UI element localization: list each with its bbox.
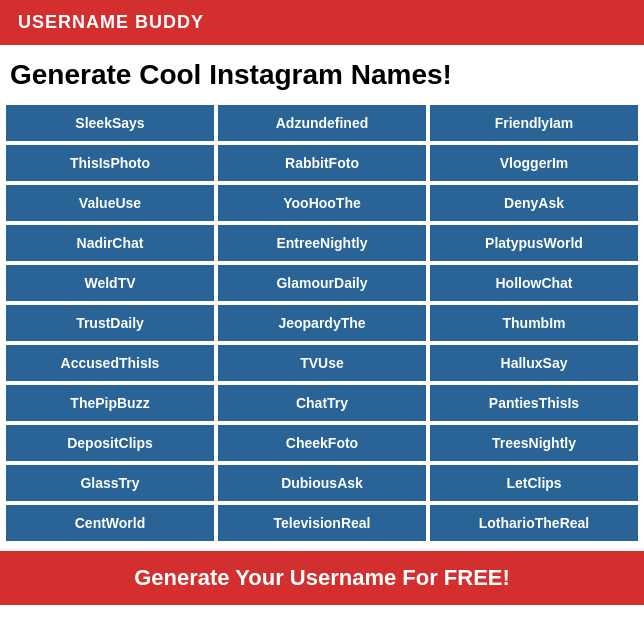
name-button[interactable]: DepositClips	[6, 425, 214, 461]
name-button[interactable]: WeldTV	[6, 265, 214, 301]
header: USERNAME BUDDY	[0, 0, 644, 45]
page-title: Generate Cool Instagram Names!	[0, 45, 644, 101]
name-button[interactable]: VloggerIm	[430, 145, 638, 181]
name-button[interactable]: PlatypusWorld	[430, 225, 638, 261]
app-title: USERNAME BUDDY	[18, 12, 204, 32]
name-button[interactable]: ThePipBuzz	[6, 385, 214, 421]
name-button[interactable]: AccusedThisIs	[6, 345, 214, 381]
name-button[interactable]: CheekFoto	[218, 425, 426, 461]
names-grid: SleekSaysAdzundefinedFriendlyIamThisIsPh…	[0, 101, 644, 545]
name-button[interactable]: RabbitFoto	[218, 145, 426, 181]
name-button[interactable]: HalluxSay	[430, 345, 638, 381]
name-button[interactable]: GlamourDaily	[218, 265, 426, 301]
name-button[interactable]: PantiesThisIs	[430, 385, 638, 421]
name-button[interactable]: TreesNightly	[430, 425, 638, 461]
name-button[interactable]: ChatTry	[218, 385, 426, 421]
name-button[interactable]: LotharioTheReal	[430, 505, 638, 541]
name-button[interactable]: ThisIsPhoto	[6, 145, 214, 181]
name-button[interactable]: TrustDaily	[6, 305, 214, 341]
name-button[interactable]: TelevisionReal	[218, 505, 426, 541]
name-button[interactable]: FriendlyIam	[430, 105, 638, 141]
name-button[interactable]: ValueUse	[6, 185, 214, 221]
name-button[interactable]: GlassTry	[6, 465, 214, 501]
name-button[interactable]: ThumbIm	[430, 305, 638, 341]
name-button[interactable]: DenyAsk	[430, 185, 638, 221]
name-button[interactable]: HollowChat	[430, 265, 638, 301]
name-button[interactable]: SleekSays	[6, 105, 214, 141]
name-button[interactable]: JeopardyThe	[218, 305, 426, 341]
name-button[interactable]: Adzundefined	[218, 105, 426, 141]
name-button[interactable]: YooHooThe	[218, 185, 426, 221]
cta-text: Generate Your Username For FREE!	[134, 565, 510, 590]
name-button[interactable]: EntreeNightly	[218, 225, 426, 261]
footer-cta[interactable]: Generate Your Username For FREE!	[0, 551, 644, 605]
name-button[interactable]: CentWorld	[6, 505, 214, 541]
name-button[interactable]: LetClips	[430, 465, 638, 501]
name-button[interactable]: NadirChat	[6, 225, 214, 261]
name-button[interactable]: TVUse	[218, 345, 426, 381]
name-button[interactable]: DubiousAsk	[218, 465, 426, 501]
